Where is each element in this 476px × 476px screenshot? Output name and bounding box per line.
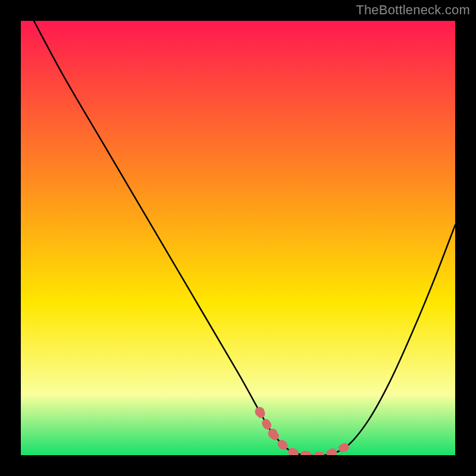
highlight-dot — [255, 407, 265, 416]
plot-area — [21, 21, 455, 455]
bottleneck-chart — [21, 21, 455, 455]
highlight-dot — [268, 429, 277, 439]
watermark-text: TheBottleneck.com — [356, 2, 470, 18]
chart-frame: TheBottleneck.com — [0, 0, 476, 476]
gradient-background — [21, 21, 455, 455]
